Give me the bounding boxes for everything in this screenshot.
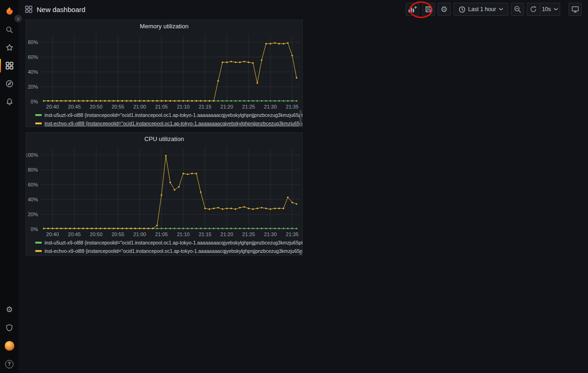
svg-text:0%: 0% (31, 99, 38, 104)
tv-monitor-icon (571, 6, 579, 13)
question-glyph: ? (8, 361, 11, 367)
panel-cpu-utilization: CPU utilization 0%20%40%60%80%100%20:402… (26, 132, 303, 256)
svg-text:20:45: 20:45 (68, 104, 81, 109)
user-avatar (5, 341, 14, 351)
svg-text:20:40: 20:40 (46, 104, 59, 109)
sidebar-item-configuration[interactable]: ⚙ (0, 301, 19, 319)
sidebar-item-server-admin[interactable] (0, 319, 19, 337)
refresh-interval-dropdown[interactable]: 10s (540, 3, 560, 16)
legend-label[interactable]: inst-echvo-x9-ol88 {instancepoolid="ocid… (45, 248, 302, 254)
legend-item: inst-echvo-x9-ol88 {instancepoolid="ocid… (35, 247, 302, 255)
sidebar-expand-toggle[interactable]: › (14, 15, 22, 22)
dashboard-header: New dashboard ⚙ Last 1 hour (19, 0, 588, 19)
svg-text:21:15: 21:15 (198, 104, 211, 109)
dashboard-title-grid-icon (25, 6, 32, 13)
refresh-button-group: 10s (527, 3, 560, 16)
series-color-marker[interactable] (35, 250, 42, 252)
panel-title[interactable]: Memory utilization (26, 20, 302, 33)
svg-text:20:45: 20:45 (68, 232, 81, 237)
refresh-icon (530, 6, 537, 13)
time-range-picker[interactable]: Last 1 hour (454, 3, 508, 16)
refresh-button[interactable] (527, 3, 540, 16)
grafana-flame-icon (4, 5, 15, 16)
sidebar-bottom-group: ⚙ ? (0, 301, 19, 373)
legend-item: inst-u5uzt-x9-ol88 {instancepoolid="ocid… (35, 111, 302, 119)
svg-text:20%: 20% (28, 84, 38, 90)
svg-text:20:50: 20:50 (90, 232, 103, 237)
svg-text:21:05: 21:05 (155, 232, 168, 237)
toolbar: ⚙ Last 1 hour 10s (406, 3, 582, 16)
star-icon (6, 44, 13, 51)
svg-text:21:30: 21:30 (264, 232, 277, 237)
svg-text:80%: 80% (28, 39, 38, 45)
save-icon (425, 6, 432, 13)
svg-text:60%: 60% (28, 54, 38, 60)
panel-memory-utilization: Memory utilization 0%20%40%60%80%20:4020… (26, 19, 303, 127)
gear-icon: ⚙ (6, 306, 13, 314)
legend-item: inst-echvo-x9-ol88 {instancepoolid="ocid… (35, 119, 302, 127)
series-color-marker[interactable] (35, 122, 42, 124)
svg-text:21:25: 21:25 (242, 232, 255, 237)
sidebar-item-user-profile[interactable] (0, 337, 19, 355)
sidebar-item-search[interactable] (0, 20, 19, 39)
refresh-interval-label: 10s (542, 6, 551, 13)
sidebar-item-alerting[interactable] (0, 93, 19, 111)
search-icon (6, 26, 13, 33)
save-dashboard-button[interactable] (422, 3, 435, 16)
dashboard-settings-button[interactable]: ⚙ (438, 3, 451, 16)
sidebar-item-starred[interactable] (0, 39, 19, 57)
svg-text:21:20: 21:20 (220, 232, 233, 237)
svg-text:21:10: 21:10 (177, 232, 190, 237)
svg-text:40%: 40% (28, 197, 38, 202)
chevron-right-icon: › (17, 16, 19, 21)
legend: inst-u5uzt-x9-ol88 {instancepoolid="ocid… (26, 111, 302, 127)
svg-text:0%: 0% (31, 226, 38, 232)
chevron-down-icon (499, 8, 503, 11)
series-color-marker[interactable] (35, 114, 42, 116)
svg-text:20:50: 20:50 (90, 104, 103, 109)
svg-text:21:35: 21:35 (286, 104, 299, 109)
svg-text:20:40: 20:40 (46, 232, 59, 237)
chevron-down-icon (554, 8, 558, 11)
zoom-out-icon (514, 6, 521, 13)
svg-text:21:35: 21:35 (286, 232, 299, 237)
svg-text:20:55: 20:55 (111, 232, 124, 237)
shield-icon (6, 324, 13, 332)
svg-text:21:30: 21:30 (264, 104, 277, 109)
page-title: New dashboard (37, 6, 85, 13)
compass-icon (6, 80, 13, 88)
zoom-out-time-button[interactable] (511, 3, 524, 16)
svg-text:20:55: 20:55 (111, 104, 124, 109)
bell-icon (6, 98, 13, 106)
svg-text:21:25: 21:25 (242, 104, 255, 109)
sidebar-item-help[interactable]: ? (0, 355, 19, 373)
svg-text:21:15: 21:15 (198, 232, 211, 237)
svg-text:21:00: 21:00 (133, 232, 146, 237)
svg-text:21:00: 21:00 (133, 104, 146, 109)
memory-utilization-chart[interactable]: 0%20%40%60%80%20:4020:4520:5020:5521:002… (26, 33, 302, 111)
help-icon: ? (5, 360, 13, 368)
time-range-label: Last 1 hour (468, 6, 496, 13)
legend-label[interactable]: inst-u5uzt-x9-ol88 {instancepoolid="ocid… (45, 112, 302, 118)
cycle-view-mode-button[interactable] (569, 3, 582, 16)
svg-text:60%: 60% (28, 182, 38, 187)
sidebar: ⚙ ? (0, 0, 19, 373)
add-panel-button[interactable] (406, 3, 419, 16)
legend-item: inst-u5uzt-x9-ol88 {instancepoolid="ocid… (35, 238, 302, 247)
series-color-marker[interactable] (35, 242, 42, 244)
clock-icon (459, 6, 466, 13)
sidebar-item-explore[interactable] (0, 75, 19, 93)
svg-text:21:10: 21:10 (177, 104, 190, 109)
svg-text:100%: 100% (26, 152, 38, 158)
panel-resize-handle[interactable] (299, 251, 302, 255)
panel-title[interactable]: CPU utilization (26, 133, 302, 146)
svg-text:40%: 40% (28, 69, 38, 75)
legend-label[interactable]: inst-echvo-x9-ol88 {instancepoolid="ocid… (45, 121, 302, 126)
panel-resize-handle[interactable] (299, 123, 302, 126)
sidebar-item-dashboards[interactable] (0, 57, 19, 75)
dashboards-grid-icon (6, 62, 13, 70)
svg-text:21:05: 21:05 (155, 104, 168, 109)
cpu-utilization-chart[interactable]: 0%20%40%60%80%100%20:4020:4520:5020:5521… (26, 146, 302, 238)
legend-label[interactable]: inst-u5uzt-x9-ol88 {instancepoolid="ocid… (45, 240, 302, 245)
legend: inst-u5uzt-x9-ol88 {instancepoolid="ocid… (26, 238, 302, 255)
